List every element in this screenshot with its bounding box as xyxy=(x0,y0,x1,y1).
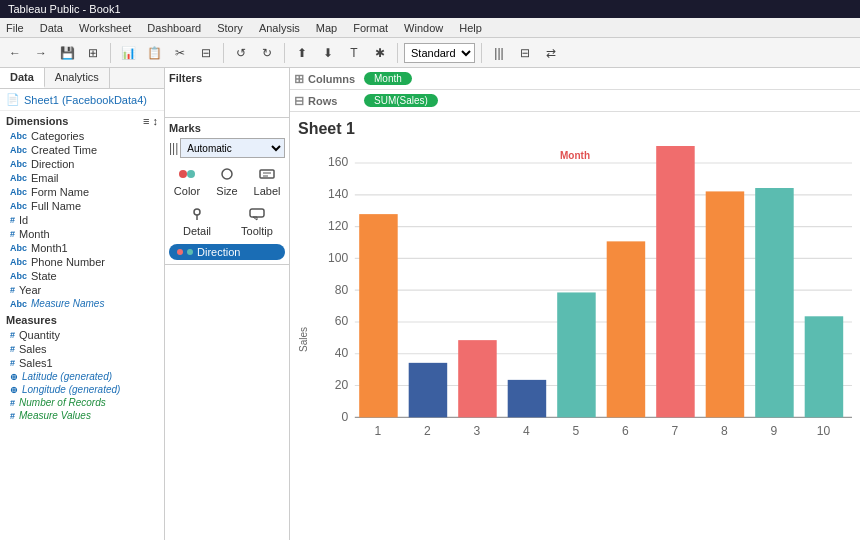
color-circles-icon xyxy=(178,167,196,184)
dim-abc-icon: Abc xyxy=(10,257,27,267)
toolbar-bars-btn[interactable]: ||| xyxy=(488,42,510,64)
svg-text:8: 8 xyxy=(721,424,728,438)
chart-svg-wrapper: Sales 160 140 xyxy=(298,146,852,532)
dim-form-name[interactable]: Abc Form Name xyxy=(0,185,164,199)
toolbar-forward-btn[interactable]: → xyxy=(30,42,52,64)
toolbar-data-btn[interactable]: 📋 xyxy=(143,42,165,64)
sep2 xyxy=(223,43,224,63)
bar-9 xyxy=(755,188,794,417)
columns-pill[interactable]: Month xyxy=(364,72,412,85)
sep5 xyxy=(481,43,482,63)
menu-bar: File Data Worksheet Dashboard Story Anal… xyxy=(0,18,860,38)
measure-values-label: Measure Values xyxy=(19,410,91,421)
chart-inner: 160 140 120 100 xyxy=(313,146,852,532)
measure-latitude[interactable]: ⊕ Latitude (generated) xyxy=(0,370,164,383)
toolbar-save-btn[interactable]: 💾 xyxy=(56,42,78,64)
toolbar: ← → 💾 ⊞ 📊 📋 ✂ ⊟ ↺ ↻ ⬆ ⬇ T ✱ Standard |||… xyxy=(0,38,860,68)
detail-mark-btn[interactable]: Detail xyxy=(169,204,225,240)
toolbar-chart-btn[interactable]: 📊 xyxy=(117,42,139,64)
measure-num-records-label: Number of Records xyxy=(19,397,106,408)
dim-month[interactable]: # Month xyxy=(0,227,164,241)
toolbar-share-btn[interactable]: ⇄ xyxy=(540,42,562,64)
dim-form-name-label: Form Name xyxy=(31,186,89,198)
dim-abc-icon: Abc xyxy=(10,271,27,281)
tooltip-mark-btn[interactable]: Tooltip xyxy=(229,204,285,240)
measure-plus-icon: # xyxy=(10,344,15,354)
measure-longitude-label: Longitude (generated) xyxy=(22,384,120,395)
toolbar-back-btn[interactable]: ← xyxy=(4,42,26,64)
marks-bar-icon: ||| xyxy=(169,141,178,155)
dim-year[interactable]: # Year xyxy=(0,283,164,297)
dim-direction-label: Direction xyxy=(31,158,74,170)
menu-help[interactable]: Help xyxy=(457,22,484,34)
dim-state[interactable]: Abc State xyxy=(0,269,164,283)
svg-text:40: 40 xyxy=(335,346,349,360)
toolbar-new-btn[interactable]: ⊞ xyxy=(82,42,104,64)
toolbar-cut-btn[interactable]: ✂ xyxy=(169,42,191,64)
dim-state-label: State xyxy=(31,270,57,282)
dim-full-name-label: Full Name xyxy=(31,200,81,212)
bar-7 xyxy=(656,146,695,417)
toolbar-mark-btn[interactable]: ✱ xyxy=(369,42,391,64)
menu-format[interactable]: Format xyxy=(351,22,390,34)
sep1 xyxy=(110,43,111,63)
toolbar-grid-btn[interactable]: ⊟ xyxy=(195,42,217,64)
measure-quantity[interactable]: # Quantity xyxy=(0,328,164,342)
dim-direction[interactable]: Abc Direction xyxy=(0,157,164,171)
toolbar-label-btn[interactable]: T xyxy=(343,42,365,64)
measure-longitude[interactable]: ⊕ Longitude (generated) xyxy=(0,383,164,396)
dim-measure-names[interactable]: Abc Measure Names xyxy=(0,297,164,310)
rows-pill[interactable]: SUM(Sales) xyxy=(364,94,438,107)
toolbar-fit-btn[interactable]: ⊟ xyxy=(514,42,536,64)
toolbar-sort-desc-btn[interactable]: ⬇ xyxy=(317,42,339,64)
dim-full-name[interactable]: Abc Full Name xyxy=(0,199,164,213)
color-mark-btn[interactable]: Color xyxy=(169,164,205,200)
dim-categories[interactable]: Abc Categories xyxy=(0,129,164,143)
svg-text:7: 7 xyxy=(672,424,679,438)
dim-phone-number[interactable]: Abc Phone Number xyxy=(0,255,164,269)
color-label: Color xyxy=(174,185,200,197)
measure-sales[interactable]: # Sales xyxy=(0,342,164,356)
svg-text:4: 4 xyxy=(523,424,530,438)
bar-5 xyxy=(557,292,596,417)
menu-dashboard[interactable]: Dashboard xyxy=(145,22,203,34)
menu-data[interactable]: Data xyxy=(38,22,65,34)
menu-file[interactable]: File xyxy=(4,22,26,34)
label-icon xyxy=(258,167,276,184)
tooltip-label: Tooltip xyxy=(241,225,273,237)
marks-dropdown: ||| Automatic Bar Line Area xyxy=(169,138,285,158)
dim-created-time[interactable]: Abc Created Time xyxy=(0,143,164,157)
rows-icon: ⊟ xyxy=(294,94,304,108)
menu-map[interactable]: Map xyxy=(314,22,339,34)
size-mark-btn[interactable]: Size xyxy=(209,164,245,200)
menu-story[interactable]: Story xyxy=(215,22,245,34)
measure-num-records[interactable]: # Number of Records xyxy=(0,396,164,409)
dim-id[interactable]: # Id xyxy=(0,213,164,227)
marks-title: Marks xyxy=(169,122,285,134)
menu-analysis[interactable]: Analysis xyxy=(257,22,302,34)
toolbar-undo-btn[interactable]: ↺ xyxy=(230,42,252,64)
dim-hash-icon: # xyxy=(10,229,15,239)
datasource-row[interactable]: 📄 Sheet1 (FacebookData4) xyxy=(0,89,164,111)
left-tabs: Data Analytics xyxy=(0,68,164,89)
label-mark-btn[interactable]: Label xyxy=(249,164,285,200)
direction-pill[interactable]: Direction xyxy=(169,244,285,260)
dim-email[interactable]: Abc Email xyxy=(0,171,164,185)
menu-window[interactable]: Window xyxy=(402,22,445,34)
bar-3 xyxy=(458,340,497,417)
tooltip-icon xyxy=(248,207,266,224)
svg-text:60: 60 xyxy=(335,314,349,328)
dim-month1[interactable]: Abc Month1 xyxy=(0,241,164,255)
tab-data[interactable]: Data xyxy=(0,68,45,88)
marks-type-select[interactable]: Automatic Bar Line Area xyxy=(180,138,285,158)
svg-text:2: 2 xyxy=(424,424,431,438)
measure-values[interactable]: # Measure Values xyxy=(0,409,164,422)
toolbar-sort-asc-btn[interactable]: ⬆ xyxy=(291,42,313,64)
toolbar-redo-btn[interactable]: ↻ xyxy=(256,42,278,64)
menu-worksheet[interactable]: Worksheet xyxy=(77,22,133,34)
label-label: Label xyxy=(254,185,281,197)
tab-analytics[interactable]: Analytics xyxy=(45,68,110,88)
rows-label: ⊟ Rows xyxy=(294,94,364,108)
measure-sales1[interactable]: # Sales1 xyxy=(0,356,164,370)
standard-select[interactable]: Standard xyxy=(404,43,475,63)
